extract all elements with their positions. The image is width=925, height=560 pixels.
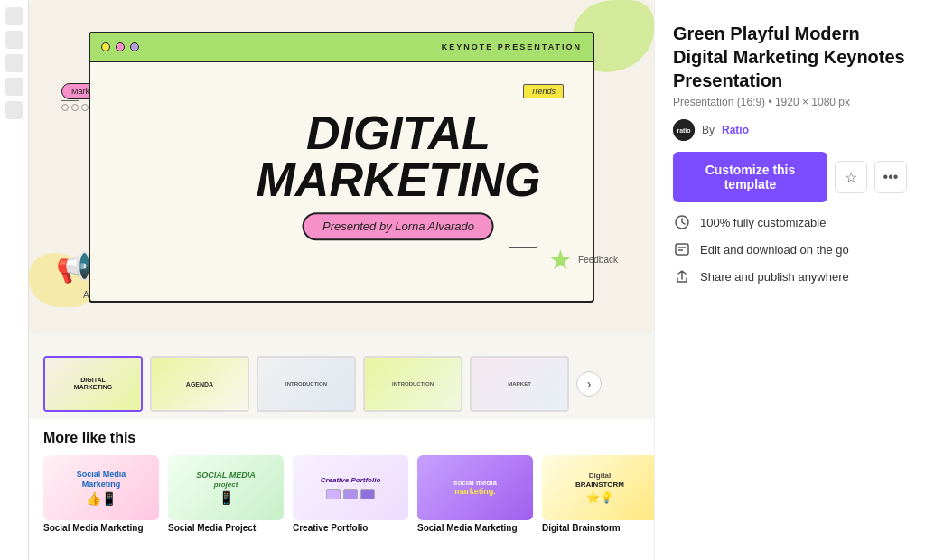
preview-main: Market 📢 Ads xyxy=(29,0,654,334)
thumb-label-4: INTRODUCTION xyxy=(392,381,434,387)
more-card-4-title: Social Media Marketing xyxy=(417,523,533,534)
thumb-content-3: INTRODUCTION xyxy=(258,358,354,410)
browser-circle-yellow xyxy=(101,42,110,51)
more-section: More like this Social Media Marketing 👍📱 xyxy=(29,419,654,560)
info-meta: Presentation (16:9) • 1920 × 1080 px xyxy=(673,96,907,108)
refresh-icon xyxy=(674,214,690,230)
slide-subtitle-pill: Presented by Lorna Alvarado xyxy=(303,212,494,240)
svg-text:ratio: ratio xyxy=(677,127,690,134)
more-options-icon: ••• xyxy=(883,169,899,185)
thumbnail-4[interactable]: INTRODUCTION xyxy=(363,356,462,412)
more-section-title: More like this xyxy=(43,430,640,446)
sidebar-item-3[interactable] xyxy=(5,54,23,72)
slide-title-line1: DIGITAL xyxy=(257,109,541,156)
market-dot-1 xyxy=(61,104,69,111)
more-card-3-title: Creative Portfolio xyxy=(293,523,408,534)
preview-slide: Market 📢 Ads xyxy=(29,0,654,334)
sidebar xyxy=(0,0,29,560)
market-line xyxy=(61,100,79,101)
slide-title: DIGITAL MARKETING xyxy=(257,109,541,203)
feature-text-3: Share and publish anywhere xyxy=(700,270,849,284)
trends-tag: Trends xyxy=(523,84,564,98)
more-cards-list: Social Media Marketing 👍📱 Social Media M… xyxy=(43,455,640,534)
feedback-line xyxy=(509,247,537,248)
feedback-label: Feedback xyxy=(578,255,618,265)
feedback-annotation: ★ Feedback xyxy=(548,244,618,275)
market-dot-2 xyxy=(71,104,79,111)
thumb-content-5: MARKET xyxy=(472,358,567,410)
sidebar-item-1[interactable] xyxy=(5,7,23,25)
download-icon xyxy=(673,240,691,258)
customize-template-button[interactable]: Customize this template xyxy=(673,152,827,202)
more-card-2[interactable]: SOCIAL MEDIA project 📱 Social Media Proj… xyxy=(168,455,284,534)
market-dot-3 xyxy=(81,104,89,111)
sidebar-item-5[interactable] xyxy=(5,101,23,119)
customizable-icon xyxy=(673,213,691,231)
thumb-content-1: DIGITALMARKETING xyxy=(45,358,141,410)
feature-list: 100% fully customizable Edit and downloa… xyxy=(673,213,907,285)
more-card-5-title: Digital Brainstorm xyxy=(542,523,654,534)
thumbnail-3[interactable]: INTRODUCTION xyxy=(257,356,356,412)
thumb-label-3: INTRODUCTION xyxy=(285,381,327,387)
thumb-content-4: INTRODUCTION xyxy=(365,358,461,410)
thumbnails-next-button[interactable]: › xyxy=(576,371,602,397)
thumb-label-2: AGENDA xyxy=(186,381,213,387)
thumb-label-1: DIGITALMARKETING xyxy=(74,377,112,390)
thumbnail-1[interactable]: DIGITALMARKETING xyxy=(43,356,143,412)
info-title: Green Playful Modern Digital Marketing K… xyxy=(673,22,907,92)
trends-annotation: Trends xyxy=(523,81,564,98)
more-card-1-title: Social Media Marketing xyxy=(43,523,159,534)
slide-title-line2: MARKETING xyxy=(257,156,541,203)
megaphone-icon: 📢 xyxy=(56,250,92,285)
content-area: Market 📢 Ads xyxy=(29,0,925,560)
thumbnail-5[interactable]: MARKET xyxy=(470,356,569,412)
author-name-link[interactable]: Ratio xyxy=(722,124,749,136)
feature-text-1: 100% fully customizable xyxy=(700,216,826,229)
slide-body: DIGITAL MARKETING Presented by Lorna Alv… xyxy=(90,62,593,301)
main-container: Market 📢 Ads xyxy=(29,0,925,560)
feature-text-2: Edit and download on the go xyxy=(700,243,849,257)
more-card-4[interactable]: social media marketing. Social Media Mar… xyxy=(417,455,533,534)
browser-circle-purple xyxy=(130,42,139,51)
svg-rect-3 xyxy=(676,244,688,255)
edit-download-icon xyxy=(674,241,690,257)
action-row: Customize this template ☆ ••• xyxy=(673,152,907,202)
slide-mockup: KEYNOTE PRESENTATION DIGITAL MARKETING P… xyxy=(89,32,594,303)
feature-item-1: 100% fully customizable xyxy=(673,213,907,231)
sidebar-item-4[interactable] xyxy=(5,78,23,96)
star-deco: ★ xyxy=(548,244,573,275)
more-card-3[interactable]: Creative Portfolio Creative Portfolio xyxy=(293,455,408,534)
star-icon: ☆ xyxy=(845,169,857,186)
sidebar-item-2[interactable] xyxy=(5,31,23,49)
share-icon xyxy=(673,267,691,285)
share-publish-icon xyxy=(674,268,690,285)
slide-browser-bar: KEYNOTE PRESENTATION xyxy=(90,33,593,62)
thumb-label-5: MARKET xyxy=(508,381,531,387)
author-avatar: ratio xyxy=(673,119,695,141)
thumbnail-2[interactable]: AGENDA xyxy=(150,356,249,412)
info-panel: Green Playful Modern Digital Marketing K… xyxy=(654,0,925,560)
thumb-content-2: AGENDA xyxy=(152,358,248,410)
slide-title-block: DIGITAL MARKETING Presented by Lorna Alv… xyxy=(257,109,541,240)
star-button[interactable]: ☆ xyxy=(835,161,867,193)
browser-title: KEYNOTE PRESENTATION xyxy=(442,42,582,51)
more-card-1[interactable]: Social Media Marketing 👍📱 Social Media M… xyxy=(43,455,159,534)
feature-item-2: Edit and download on the go xyxy=(673,240,907,258)
author-by-label: By xyxy=(702,124,715,136)
browser-circle-pink xyxy=(116,42,125,51)
more-card-2-title: Social Media Project xyxy=(168,523,284,534)
more-options-button[interactable]: ••• xyxy=(874,161,907,193)
thumbnails-container: DIGITALMARKETING AGENDA INTRODUCTION INT… xyxy=(29,349,654,419)
feature-item-3: Share and publish anywhere xyxy=(673,267,907,285)
author-row: ratio By Ratio xyxy=(673,119,907,141)
more-card-5[interactable]: Digital BRAINSTORM ⭐💡 Digital Brainstorm xyxy=(542,455,654,534)
ratio-logo: ratio xyxy=(673,119,695,141)
